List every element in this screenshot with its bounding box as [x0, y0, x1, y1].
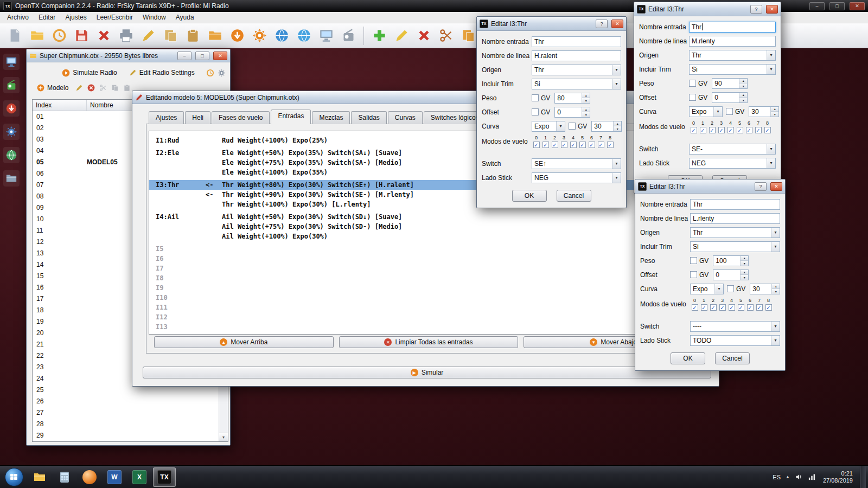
flight-mode-checkbox-3[interactable]: ✓: [718, 127, 725, 133]
dialog-titlebar[interactable]: TXEditar I3:Thr?✕: [477, 17, 626, 31]
flight-mode-checkbox-8[interactable]: ✓: [765, 304, 772, 311]
file-minimize-button[interactable]: –: [177, 52, 192, 60]
offset-spinner[interactable]: 0▴▾: [712, 92, 748, 103]
flight-mode-checkbox-1[interactable]: ✓: [701, 304, 707, 311]
tab-fases-de-vuelo[interactable]: Fases de vuelo: [212, 111, 270, 124]
switch-select[interactable]: SE↑▾: [532, 158, 621, 169]
tab-salidas[interactable]: Salidas: [351, 111, 386, 124]
add-model-button[interactable]: [369, 25, 390, 46]
radio-button[interactable]: [338, 25, 359, 46]
spin-up-icon[interactable]: ▴: [739, 79, 747, 84]
clock-icon[interactable]: [206, 69, 214, 77]
edit-model-button[interactable]: [391, 25, 412, 46]
help-button[interactable]: ?: [755, 182, 767, 191]
new-file-button[interactable]: [4, 25, 25, 46]
spin-down-icon[interactable]: ▾: [772, 288, 780, 294]
column-nombre[interactable]: Nombre: [87, 100, 117, 111]
curva-gv-checkbox[interactable]: [726, 108, 733, 115]
move-up-button[interactable]: ▲ Mover Arriba: [154, 336, 334, 348]
origen-select[interactable]: Thr▾: [690, 227, 780, 238]
read-radio-button[interactable]: [205, 25, 225, 46]
volume-icon[interactable]: [795, 473, 803, 481]
flight-mode-checkbox-6[interactable]: ✓: [747, 304, 754, 311]
model-row[interactable]: 29: [33, 430, 219, 441]
maximize-button[interactable]: □: [829, 2, 845, 10]
flight-mode-checkbox-7[interactable]: ✓: [755, 127, 762, 133]
sidebar-simulator-icon[interactable]: [3, 54, 20, 70]
nombre-linea-input[interactable]: M.rlenty: [689, 36, 776, 47]
offset-spinner[interactable]: 0▴▾: [713, 269, 749, 280]
flight-mode-checkbox-7[interactable]: ✓: [756, 304, 763, 311]
model-row[interactable]: 26: [33, 396, 219, 407]
offset-gv-checkbox[interactable]: [689, 94, 696, 101]
copy-model-icon[interactable]: [111, 84, 119, 92]
curva-select[interactable]: Expo▾: [532, 121, 565, 132]
cut-button[interactable]: [436, 25, 456, 46]
delete-model-icon[interactable]: [87, 84, 95, 92]
flight-mode-checkbox-4[interactable]: ✓: [570, 142, 577, 148]
nombre-linea-input[interactable]: H.ralent: [532, 50, 621, 61]
incluir-trim-select[interactable]: Si▾: [532, 79, 621, 89]
spin-up-icon[interactable]: ▴: [772, 284, 780, 289]
model-row[interactable]: 28: [33, 419, 219, 430]
taskbar-calculator-button[interactable]: [53, 467, 76, 487]
input-line[interactable]: I12: [149, 312, 699, 322]
flight-mode-checkbox-5[interactable]: ✓: [738, 304, 744, 311]
input-line[interactable]: I9: [149, 283, 699, 293]
peso-spinner[interactable]: 80▴▾: [554, 93, 590, 104]
sidebar-settings-icon[interactable]: [3, 124, 20, 140]
curva-select[interactable]: Expo▾: [690, 284, 724, 294]
flight-mode-checkbox-5[interactable]: ✓: [737, 127, 743, 133]
offset-gv-checkbox[interactable]: [690, 271, 697, 278]
taskbar-excel-button[interactable]: X: [128, 467, 151, 487]
print-button[interactable]: [116, 25, 136, 46]
copy-model-button[interactable]: [458, 25, 478, 46]
cancel-button[interactable]: Cancel: [715, 352, 750, 364]
help-button[interactable]: ?: [596, 20, 608, 28]
curva-gv-checkbox[interactable]: [569, 123, 576, 130]
paste-button[interactable]: [182, 25, 203, 46]
model-dialog-titlebar[interactable]: Editando modelo 5: MODEL05 (Super Chipmu…: [132, 91, 719, 104]
tray-expand-icon[interactable]: ▲: [786, 474, 790, 479]
spin-up-icon[interactable]: ▴: [582, 107, 590, 112]
offset-gv-checkbox[interactable]: [532, 108, 539, 115]
model-row[interactable]: 27: [33, 407, 219, 419]
curva-spinner[interactable]: 30▴▾: [749, 106, 779, 117]
taskbar-firefox-button[interactable]: [78, 467, 101, 487]
lado-stick-select[interactable]: NEG▾: [532, 172, 621, 183]
sync-button[interactable]: [271, 25, 292, 46]
input-line[interactable]: Ail Weight(+75%) Expo(30%) Switch(SD-) […: [149, 222, 699, 232]
input-line[interactable]: I4:AilAil Weight(+50%) Expo(30%) Switch(…: [149, 212, 699, 222]
tab-ajustes[interactable]: Ajustes: [149, 111, 184, 124]
spin-down-icon[interactable]: ▾: [741, 260, 748, 266]
nombre-linea-input[interactable]: L.rlenty: [690, 213, 780, 224]
nombre-entrada-input[interactable]: Thr: [690, 199, 780, 210]
dialog-titlebar[interactable]: TXEditar I3:Thr?✕: [635, 179, 785, 194]
edit-radio-settings-button[interactable]: Edit Radio Settings: [126, 68, 197, 78]
curva-spinner[interactable]: 30▴▾: [591, 121, 622, 132]
save-file-button[interactable]: [71, 25, 92, 46]
spin-up-icon[interactable]: ▴: [582, 93, 590, 98]
curva-spinner[interactable]: 30▴▾: [750, 284, 780, 294]
spin-up-icon[interactable]: ▴: [771, 107, 778, 112]
taskbar-opentx-button[interactable]: TX: [153, 467, 176, 487]
ok-button[interactable]: OK: [512, 190, 547, 202]
switch-select[interactable]: SE-▾: [689, 144, 776, 155]
start-button[interactable]: [5, 468, 23, 486]
sidebar-files-icon[interactable]: [3, 170, 20, 187]
input-line[interactable]: I13: [149, 322, 699, 332]
peso-spinner[interactable]: 90▴▾: [712, 78, 748, 89]
menu-window[interactable]: Window: [138, 12, 171, 23]
close-file-button[interactable]: [93, 25, 114, 46]
flight-mode-checkbox-4[interactable]: ✓: [727, 127, 734, 133]
input-line[interactable]: Ail Weight(+100%) Expo(30%): [149, 232, 699, 241]
spin-up-icon[interactable]: ▴: [741, 270, 748, 275]
open-file-button[interactable]: [27, 25, 47, 46]
ok-button[interactable]: OK: [671, 352, 705, 364]
menu-ayuda[interactable]: Ayuda: [171, 12, 199, 23]
flight-mode-checkbox-3[interactable]: ✓: [719, 304, 726, 311]
dialog-close-button[interactable]: ✕: [766, 5, 778, 14]
input-line[interactable]: I5: [149, 244, 699, 254]
spin-down-icon[interactable]: ▾: [739, 83, 747, 88]
spin-up-icon[interactable]: ▴: [614, 121, 621, 126]
